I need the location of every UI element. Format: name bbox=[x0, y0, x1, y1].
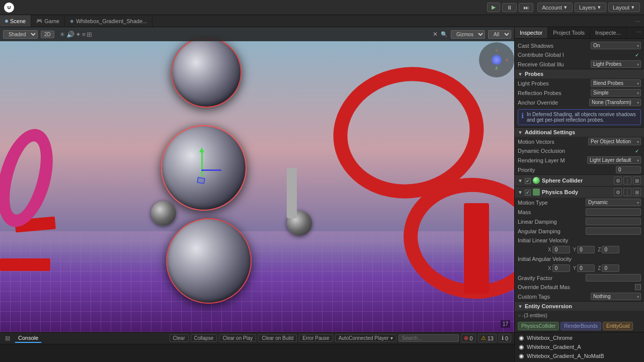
light-icon[interactable]: ☀ bbox=[59, 31, 65, 38]
physics-body-menu-btn[interactable]: ⋮ bbox=[623, 188, 631, 196]
tab-shader[interactable]: ◈ Whitebox_Gradient_Shade... bbox=[65, 15, 152, 27]
sphere-collider-menu-btn[interactable]: ⋮ bbox=[623, 176, 631, 185]
rendering-layer-dropdown-wrapper: Light Layer default ▾ bbox=[587, 156, 641, 164]
play-button[interactable]: ▶ bbox=[487, 3, 500, 12]
2d-toggle[interactable]: 2D bbox=[41, 31, 54, 38]
cast-shadows-dropdown[interactable]: On bbox=[591, 42, 641, 49]
contribute-checkbox[interactable]: ✓ bbox=[635, 52, 639, 58]
anchor-override-dropdown[interactable]: None (Transform) bbox=[589, 99, 641, 106]
sphere-collider-settings-btn[interactable]: ⚙ bbox=[614, 176, 622, 185]
mass-input[interactable]: 1 bbox=[586, 208, 641, 216]
light-probes-dropdown[interactable]: Blend Probes bbox=[591, 79, 641, 87]
sphere-collider-header[interactable]: ▼ ✓ Sphere Collider ⚙ ⋮ ⊞ bbox=[515, 174, 644, 186]
angular-vel-x-input[interactable] bbox=[552, 264, 570, 272]
list-item[interactable]: ◉ Whitebox_Gradient_A_NoMatB bbox=[515, 351, 644, 360]
clear-on-play-btn[interactable]: Clear on Play bbox=[219, 334, 256, 342]
tag-entity-guid[interactable]: EntityGuid bbox=[603, 322, 633, 330]
motion-vectors-dropdown-wrapper: Per Object Motion ▾ bbox=[588, 138, 641, 145]
physics-body-header[interactable]: ▼ ✓ Physics Body ⚙ ⋮ ⊞ bbox=[515, 186, 644, 198]
entity-conversion-header[interactable]: ▼ Entity Conversion bbox=[515, 301, 644, 311]
gravity-factor-row: Gravity Factor 1 bbox=[515, 273, 644, 283]
effects-icon[interactable]: ✦ bbox=[75, 31, 81, 38]
console-actions: Clear Collapse Clear on Play Clear on Bu… bbox=[170, 334, 511, 342]
material-icon: ◉ bbox=[519, 334, 524, 341]
physics-body-check[interactable]: ✓ bbox=[525, 189, 531, 196]
dynamic-occlusion-checkbox[interactable]: ✓ bbox=[635, 148, 639, 154]
tab-inspector[interactable]: Inspector bbox=[515, 27, 548, 38]
stats-icon[interactable]: ≡ bbox=[82, 31, 86, 38]
receive-global-row: Receive Global Illu Light Probes ▾ bbox=[515, 59, 644, 69]
sphere-collider-check[interactable]: ✓ bbox=[525, 177, 531, 184]
initial-linear-vel-label-row: Initial Linear Velocity bbox=[515, 236, 644, 245]
checkbox-icon: ✓ bbox=[525, 178, 531, 184]
panel-options-button[interactable]: ··· bbox=[633, 27, 644, 38]
error-pause-btn[interactable]: Error Pause bbox=[299, 334, 333, 342]
physics-body-settings-btn[interactable]: ⚙ bbox=[614, 188, 622, 196]
shader-icon: ◈ bbox=[70, 18, 74, 24]
collapse-btn[interactable]: Collapse bbox=[191, 334, 217, 342]
audio-icon[interactable]: 🔊 bbox=[66, 31, 74, 38]
search-icon[interactable]: 🔍 bbox=[441, 31, 448, 38]
receive-global-dropdown[interactable]: Light Probes bbox=[591, 60, 641, 68]
nav-center bbox=[492, 55, 502, 65]
navigation-gizmo[interactable]: Y X Z bbox=[479, 42, 514, 77]
contribute-global-row: Contribute Global I ✓ bbox=[515, 50, 644, 59]
anchor-override-row: Anchor Override None (Transform) ▾ bbox=[515, 98, 644, 107]
clear-btn[interactable]: Clear bbox=[170, 334, 189, 342]
account-dropdown[interactable]: Account ▾ bbox=[537, 3, 573, 12]
more-tabs-button[interactable]: ··· bbox=[631, 18, 644, 24]
tab-scene[interactable]: Scene bbox=[0, 15, 31, 27]
custom-tags-dropdown[interactable]: Nothing bbox=[591, 293, 641, 300]
all-dropdown[interactable]: All bbox=[488, 30, 511, 39]
layout-dropdown[interactable]: Layout ▾ bbox=[608, 3, 640, 12]
collapse-arrow-icon: ▼ bbox=[518, 178, 523, 184]
overlay-icon[interactable]: ⊞ bbox=[87, 31, 92, 38]
console-search-input[interactable] bbox=[398, 334, 459, 342]
linear-vel-z-input[interactable] bbox=[602, 246, 619, 253]
playback-controls: ▶ ⏸ ⏭ bbox=[487, 3, 533, 12]
sphere-collider-expand-btn[interactable]: ⊞ bbox=[633, 176, 641, 185]
pause-button[interactable]: ⏸ bbox=[502, 3, 517, 12]
main-content: Shaded 2D ☀ 🔊 ✦ ≡ ⊞ ✕ 🔍 Gizmos All bbox=[0, 27, 644, 332]
reflection-probes-dropdown[interactable]: Simple bbox=[591, 89, 641, 97]
gravity-factor-input[interactable]: 1 bbox=[586, 274, 641, 282]
rendering-layer-dropdown[interactable]: Light Layer default bbox=[587, 156, 641, 164]
light-probes-dropdown-wrapper: Blend Probes ▾ bbox=[591, 79, 641, 87]
cast-shadows-row: Cast Shadows On ▾ bbox=[515, 41, 644, 50]
gizmos-dropdown[interactable]: Gizmos bbox=[451, 30, 485, 39]
custom-tags-row: Custom Tags Nothing ▾ bbox=[515, 292, 644, 301]
shading-dropdown[interactable]: Shaded bbox=[3, 30, 38, 39]
list-item[interactable]: ◉ Whitebox_Gradient_A bbox=[515, 342, 644, 351]
linear-damping-input[interactable]: 0.01 bbox=[586, 218, 641, 225]
step-button[interactable]: ⏭ bbox=[519, 3, 533, 12]
tab-project-tools[interactable]: Project Tools bbox=[548, 27, 590, 38]
angular-vel-z-input[interactable] bbox=[602, 264, 619, 272]
tag-physics-collider[interactable]: PhysicsCollider bbox=[518, 322, 559, 330]
transform-gizmo bbox=[192, 151, 212, 182]
layers-dropdown[interactable]: Layers ▾ bbox=[575, 3, 606, 12]
override-mass-checkbox[interactable] bbox=[635, 284, 641, 290]
linear-vel-x-input[interactable] bbox=[552, 246, 570, 253]
linear-vel-y-input[interactable] bbox=[577, 246, 595, 253]
tab-game[interactable]: 🎮 Game bbox=[31, 15, 65, 27]
clear-on-build-btn[interactable]: Clear on Build bbox=[258, 334, 297, 342]
scene-viewport[interactable]: Shaded 2D ☀ 🔊 ✦ ≡ ⊞ ✕ 🔍 Gizmos All bbox=[0, 27, 514, 332]
deferred-info-box: ℹ In Deferred Shading, all objects recei… bbox=[518, 109, 641, 125]
motion-vectors-dropdown[interactable]: Per Object Motion bbox=[588, 138, 641, 145]
probes-section-header[interactable]: ▼ Probes bbox=[515, 69, 644, 78]
motion-type-dropdown[interactable]: Dynamic bbox=[586, 199, 641, 206]
tab-console[interactable]: Console bbox=[15, 334, 41, 343]
angular-vel-y-input[interactable] bbox=[577, 264, 595, 272]
angular-damping-input[interactable]: 0.05 bbox=[586, 227, 641, 235]
list-item[interactable]: ◉ Whitebox_Chrome bbox=[515, 333, 644, 342]
material-icon: ◉ bbox=[519, 352, 524, 359]
info-icon: ℹ bbox=[521, 112, 524, 120]
additional-settings-header[interactable]: ▼ Additional Settings bbox=[515, 127, 644, 137]
priority-input[interactable] bbox=[616, 166, 641, 173]
inspector-panel: Inspector Project Tools Inspecte... ··· … bbox=[514, 27, 644, 332]
physics-body-expand-btn[interactable]: ⊞ bbox=[633, 188, 641, 196]
autoconnect-dropdown[interactable]: AutoConnected Player ▾ bbox=[335, 334, 396, 342]
tag-render-bounds[interactable]: RenderBounds bbox=[560, 322, 601, 330]
cross-icon[interactable]: ✕ bbox=[433, 31, 438, 38]
tab-inspect-more[interactable]: Inspecte... bbox=[590, 27, 626, 38]
